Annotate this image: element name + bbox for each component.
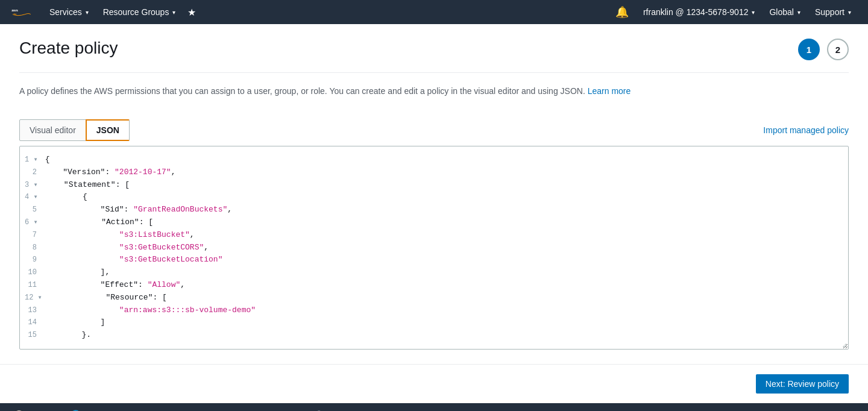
resource-groups-chevron: ▾	[172, 9, 175, 16]
tabs-row: Visual editor JSON Import managed policy	[19, 110, 849, 146]
code-line-9: 9 "s3:GetBucketLocation"	[20, 254, 848, 266]
aws-logo[interactable]: aws	[10, 5, 33, 19]
user-menu[interactable]: rfranklin @ 1234-5678-9012 ▾	[636, 0, 763, 24]
learn-more-link[interactable]: Learn more	[588, 86, 631, 96]
page-header: Create policy 1 2	[19, 39, 849, 73]
tab-visual-editor[interactable]: Visual editor	[19, 119, 86, 141]
username-label: rfranklin @ 1234-5678-9012	[643, 7, 749, 17]
main-container: Create policy 1 2 A policy defines the A…	[0, 24, 868, 403]
svg-text:aws: aws	[11, 8, 18, 12]
code-line-11: 11 "Effect": "Allow",	[20, 279, 848, 292]
resize-handle[interactable]: ⊿	[841, 342, 848, 349]
services-nav[interactable]: Services ▾	[42, 0, 96, 24]
json-editor[interactable]: 1 ▾ { 2 "Version": "2012-10-17", 3 ▾ "St…	[20, 146, 848, 349]
code-line-13: 13 "arn:aws:s3:::sb-volume-demo"	[20, 304, 848, 317]
json-editor-container: 1 ▾ { 2 "Version": "2012-10-17", 3 ▾ "St…	[19, 146, 849, 350]
code-line-7: 7 "s3:ListBucket",	[20, 229, 848, 242]
code-line-2: 2 "Version": "2012-10-17",	[20, 166, 848, 179]
page-content: Create policy 1 2 A policy defines the A…	[0, 24, 868, 364]
next-button[interactable]: Next: Review policy	[756, 374, 849, 394]
step-indicators: 1 2	[798, 39, 849, 60]
user-chevron: ▾	[752, 9, 755, 16]
code-line-4: 4 ▾ {	[20, 191, 848, 204]
code-line-12: 12 ▾ "Resource": [	[20, 292, 848, 304]
services-label: Services	[49, 7, 82, 17]
region-label: Global	[769, 7, 793, 17]
favorites-nav[interactable]: ★	[183, 0, 201, 24]
resource-groups-nav[interactable]: Resource Groups ▾	[96, 0, 183, 24]
code-line-6: 6 ▾ "Action": [	[20, 216, 848, 229]
button-row: Next: Review policy	[0, 364, 868, 403]
region-chevron: ▾	[797, 9, 800, 16]
import-managed-policy-link[interactable]: Import managed policy	[763, 125, 849, 135]
footer: 💬 Feedback 🌐 English (US) © 2008 - 2018,…	[0, 403, 868, 411]
code-line-1: 1 ▾ {	[20, 154, 848, 166]
code-line-15: 15 }.	[20, 329, 848, 342]
code-line-14: 14 ]	[20, 316, 848, 329]
code-line-10: 10 ],	[20, 266, 848, 279]
tabs-container: Visual editor JSON	[19, 119, 129, 141]
step-1-indicator: 1	[798, 39, 820, 60]
tab-json[interactable]: JSON	[86, 119, 130, 141]
nav-items: Services ▾ Resource Groups ▾ ★	[42, 0, 608, 24]
region-menu[interactable]: Global ▾	[762, 0, 807, 24]
resource-groups-label: Resource Groups	[103, 7, 169, 17]
nav-right: 🔔 rfranklin @ 1234-5678-9012 ▾ Global ▾ …	[608, 0, 858, 24]
code-line-8: 8 "s3:GetBucketCORS",	[20, 242, 848, 254]
step-2-indicator: 2	[827, 39, 849, 60]
code-line-5: 5 "Sid": "GrantReadOnBuckets",	[20, 204, 848, 216]
notifications-bell[interactable]: 🔔	[608, 5, 636, 19]
support-label: Support	[815, 7, 844, 17]
page-title: Create policy	[19, 39, 118, 58]
top-navigation: aws Services ▾ Resource Groups ▾ ★ 🔔 rfr…	[0, 0, 868, 24]
code-line-3: 3 ▾ "Statement": [	[20, 179, 848, 192]
services-chevron: ▾	[86, 9, 89, 16]
description-text: A policy defines the AWS permissions tha…	[19, 85, 849, 98]
support-chevron: ▾	[848, 9, 851, 16]
support-menu[interactable]: Support ▾	[808, 0, 858, 24]
